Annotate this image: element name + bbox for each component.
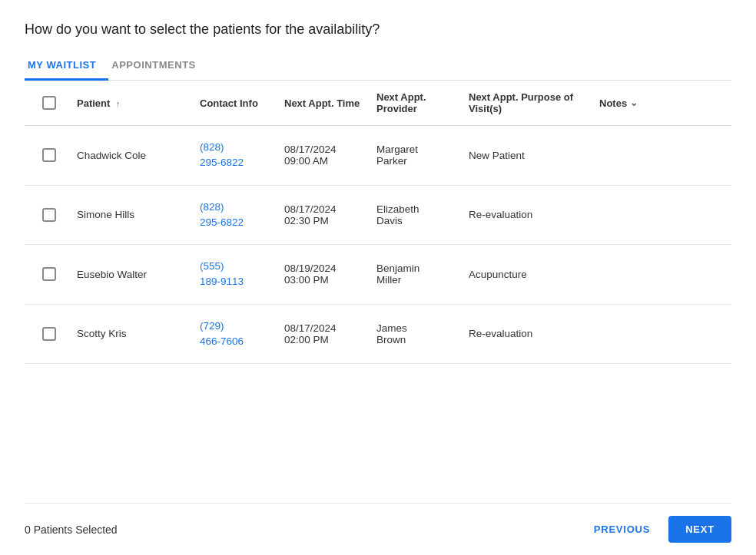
footer: 0 Patients Selected PREVIOUS NEXT [25,503,731,555]
tabs-row: MY WAITLIST APPOINTMENTS [25,53,731,81]
row-next-appt-time: 08/17/2024 02:30 PM [278,185,370,245]
col-patient[interactable]: Patient ↑ [71,81,194,126]
row-notes [593,126,731,186]
row-checkbox[interactable] [42,327,56,341]
previous-button[interactable]: PREVIOUS [585,517,659,541]
table-row: Chadwick Cole(828)295-682208/17/2024 09:… [25,126,731,186]
table-row: Simone Hills(828)295-682208/17/2024 02:3… [25,185,731,245]
col-next-appt-purpose: Next Appt. Purpose of Visit(s) [463,81,593,126]
row-next-appt-purpose: Acupuncture [463,245,593,305]
row-checkbox[interactable] [42,148,56,162]
col-checkbox [25,81,71,126]
row-notes [593,245,731,305]
row-checkbox[interactable] [42,208,56,222]
select-all-checkbox[interactable] [42,96,56,110]
table-header-row: Patient ↑ Contact Info Next Appt. Time N… [25,81,731,126]
row-contact-info[interactable]: (828)295-6822 [194,185,278,245]
patients-table: Patient ↑ Contact Info Next Appt. Time N… [25,81,731,364]
row-checkbox[interactable] [42,267,56,281]
row-notes [593,185,731,245]
row-checkbox-cell [25,126,71,186]
row-next-appt-provider: BenjaminMiller [370,245,463,305]
tab-appointments[interactable]: APPOINTMENTS [108,53,208,81]
row-checkbox-cell [25,185,71,245]
table-wrapper: Patient ↑ Contact Info Next Appt. Time N… [25,81,731,503]
col-notes[interactable]: Notes ⌄ [593,81,731,126]
table-row: Scotty Kris(729)466-760608/17/2024 02:00… [25,304,731,364]
row-next-appt-time: 08/19/2024 03:00 PM [278,245,370,305]
phone-link[interactable]: (729)466-7606 [200,320,244,347]
col-next-appt-time: Next Appt. Time [278,81,370,126]
row-next-appt-purpose: New Patient [463,126,593,186]
notes-chevron-icon: ⌄ [630,97,638,108]
page-container: How do you want to select the patients f… [0,0,756,555]
row-patient-name: Chadwick Cole [71,126,194,186]
page-title: How do you want to select the patients f… [25,21,731,38]
next-button[interactable]: NEXT [668,516,731,543]
col-contact-info: Contact Info [194,81,278,126]
row-patient-name: Eusebio Walter [71,245,194,305]
patients-selected-label: 0 Patients Selected [25,524,118,536]
table-scroll[interactable]: Patient ↑ Contact Info Next Appt. Time N… [25,81,731,503]
row-contact-info[interactable]: (828)295-6822 [194,126,278,186]
row-notes [593,304,731,364]
col-next-appt-provider: Next Appt. Provider [370,81,463,126]
sort-asc-icon: ↑ [116,99,121,108]
phone-link[interactable]: (828)295-6822 [200,201,244,228]
phone-link[interactable]: (555)189-9113 [200,260,244,287]
row-checkbox-cell [25,245,71,305]
row-contact-info[interactable]: (729)466-7606 [194,304,278,364]
phone-link[interactable]: (828)295-6822 [200,141,244,168]
row-patient-name: Scotty Kris [71,304,194,364]
row-next-appt-time: 08/17/2024 09:00 AM [278,126,370,186]
row-next-appt-time: 08/17/2024 02:00 PM [278,304,370,364]
footer-buttons: PREVIOUS NEXT [585,516,731,543]
row-patient-name: Simone Hills [71,185,194,245]
row-next-appt-provider: MargaretParker [370,126,463,186]
tab-my-waitlist[interactable]: MY WAITLIST [25,53,108,81]
row-next-appt-provider: ElizabethDavis [370,185,463,245]
row-next-appt-purpose: Re-evaluation [463,304,593,364]
row-next-appt-purpose: Re-evaluation [463,185,593,245]
row-next-appt-provider: JamesBrown [370,304,463,364]
row-contact-info[interactable]: (555)189-9113 [194,245,278,305]
table-row: Eusebio Walter(555)189-911308/19/2024 03… [25,245,731,305]
row-checkbox-cell [25,304,71,364]
